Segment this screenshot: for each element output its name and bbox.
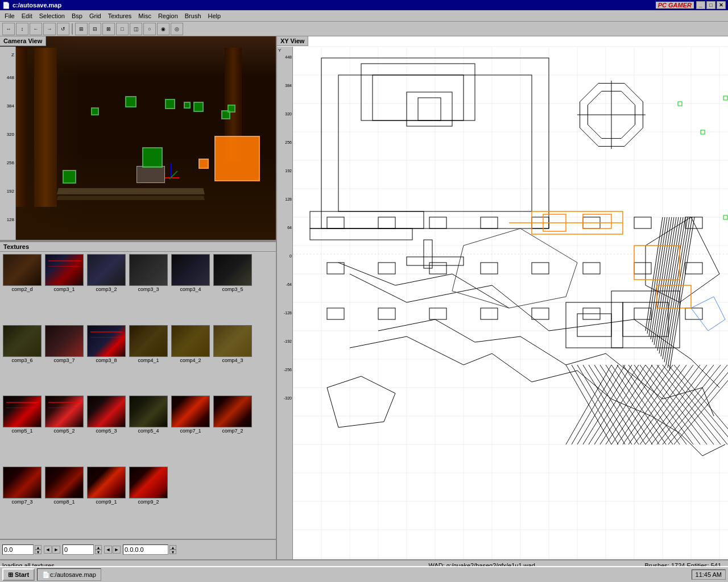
toolbar-btn-10[interactable]: ◫ [130,23,142,35]
toolbar-btn-4[interactable]: ↺ [57,23,69,35]
texture-item-comp7_1[interactable]: comp7_1 [171,396,210,464]
y-scroll-right[interactable]: ► [113,546,121,554]
x-scroll-right[interactable]: ► [52,546,60,554]
texture-thumb-comp9_1 [87,467,126,498]
menu-brush[interactable]: Brush [181,11,205,20]
texture-item-comp7_3[interactable]: comp7_3 [2,467,42,535]
xy-neg128: -128 [284,311,292,315]
window-title: c:/autosave.map [13,2,61,9]
menu-selection[interactable]: Selection [36,11,68,20]
texture-item-comp9_2[interactable]: comp9_2 [129,467,168,535]
toolbar-btn-11[interactable]: ○ [143,23,156,35]
z-up[interactable]: ▲ [169,545,176,550]
texture-item-comp3_3[interactable]: comp3_3 [129,254,168,323]
xy-view[interactable]: XY View Y 448 384 320 256 192 128 64 0 -… [277,36,728,559]
texture-thumb-comp4_2 [171,325,210,357]
toolbar-btn-1[interactable]: ↕ [16,23,28,35]
toolbar-btn-3[interactable]: → [43,23,56,35]
y-field[interactable] [63,544,94,555]
menu-file[interactable]: File [1,11,18,20]
toolbar-btn-9[interactable]: □ [116,23,129,35]
x-down[interactable]: ▼ [35,550,42,554]
z-down[interactable]: ▼ [169,550,176,554]
textures-title: Textures [0,242,276,252]
maximize-button[interactable]: □ [706,1,715,9]
x-scroll-left[interactable]: ◄ [44,546,52,554]
texture-thumb-comp3_7 [45,325,84,357]
texture-label-comp3_8: comp3_8 [96,357,117,363]
title-bar: 📄 c:/autosave.map PC GAMER _ □ ✕ [0,0,728,10]
taskbar-autosave[interactable]: 📄 c:/autosave.map [37,568,101,581]
texture-thumb-comp9_2 [129,467,168,498]
toolbar-btn-6[interactable]: ⊞ [75,23,88,35]
menu-help[interactable]: Help [205,11,225,20]
texture-item-comp3_2[interactable]: comp3_2 [86,254,126,323]
toolbar-btn-2[interactable]: ← [30,23,42,35]
texture-item-comp4_2[interactable]: comp4_2 [171,325,210,394]
texture-item-comp5_3[interactable]: comp5_3 [86,396,126,464]
texture-item-comp4_1[interactable]: comp4_1 [129,325,168,394]
texture-item-comp3_7[interactable]: comp3_7 [44,325,84,394]
texture-item-comp3_5[interactable]: comp3_5 [213,254,253,323]
texture-item-comp8_1[interactable]: comp8_1 [44,467,84,535]
entity-green-large [142,147,163,168]
xy-canvas[interactable] [277,36,728,559]
texture-thumb-comp5_2 [45,396,84,427]
close-button[interactable]: ✕ [717,1,726,9]
toolbar-btn-13[interactable]: ◎ [171,23,183,35]
texture-label-comp3_3: comp3_3 [138,286,159,292]
xy-neg192: -192 [284,339,292,343]
start-button[interactable]: ⊞ Start [2,568,35,581]
menu-edit[interactable]: Edit [18,11,36,20]
texture-item-comp5_1[interactable]: comp5_1 [2,396,42,464]
texture-item-comp9_1[interactable]: comp9_1 [86,467,126,535]
texture-thumb-comp7_3 [3,467,42,498]
start-icon: ⊞ [8,571,13,579]
texture-item-comp7_2[interactable]: comp7_2 [213,396,253,464]
texture-item-comp2_d[interactable]: comp2_d [2,254,42,323]
texture-label-comp5_4: comp5_4 [138,428,159,434]
texture-thumb-comp4_3 [213,325,252,357]
menu-grid[interactable]: Grid [86,11,105,20]
title-icon: 📄 [2,2,10,9]
texture-item-comp3_8[interactable]: comp3_8 [86,325,126,394]
entity-green-2 [91,107,99,115]
bottom-inputs: ▲ ▼ ◄ ► ▲ ▼ ◄ ► ▲ [0,539,276,559]
ruler-mark-192: 192 [7,189,14,194]
entity-orange-large [214,136,260,181]
toolbar-btn-0[interactable]: ↔ [2,23,15,35]
x-field[interactable] [2,544,34,555]
y-up[interactable]: ▲ [95,545,102,550]
toolbar-btn-12[interactable]: ◉ [157,23,169,35]
texture-thumb-comp8_1 [45,467,84,498]
start-label: Start [15,571,29,578]
x-up[interactable]: ▲ [35,545,42,550]
camera-view[interactable]: Camera View [0,36,276,241]
texture-item-comp4_3[interactable]: comp4_3 [213,325,253,394]
menu-region[interactable]: Region [155,11,181,20]
toolbar-btn-8[interactable]: ⊠ [102,23,115,35]
left-panel: Camera View [0,36,277,559]
toolbar-sep-5 [72,23,73,35]
z-field[interactable] [123,544,168,555]
minimize-button[interactable]: _ [696,1,705,9]
texture-item-comp3_4[interactable]: comp3_4 [171,254,210,323]
y-down[interactable]: ▼ [95,550,102,554]
menu-bsp[interactable]: Bsp [68,11,86,20]
xy-384: 384 [285,84,292,88]
textures-grid[interactable]: comp2_dcomp3_1comp3_2comp3_3comp3_4comp3… [0,252,276,537]
texture-item-comp5_4[interactable]: comp5_4 [129,396,168,464]
texture-label-comp4_2: comp4_2 [180,357,201,363]
texture-item-comp5_2[interactable]: comp5_2 [44,396,84,464]
xy-y-ruler: Y 448 384 320 256 192 128 64 0 -64 -128 … [277,47,293,559]
menu-misc[interactable]: Misc [135,11,155,20]
entity-green-3 [125,96,136,107]
texture-item-comp3_1[interactable]: comp3_1 [44,254,84,323]
ruler-mark-128: 128 [7,217,14,222]
texture-label-comp9_1: comp9_1 [96,499,117,505]
camera-y-ruler: Z 448 384 320 256 192 128 [0,47,16,240]
toolbar-btn-7[interactable]: ⊟ [89,23,101,35]
y-scroll-left[interactable]: ◄ [104,546,112,554]
texture-item-comp3_6[interactable]: comp3_6 [2,325,42,394]
menu-textures[interactable]: Textures [105,11,135,20]
